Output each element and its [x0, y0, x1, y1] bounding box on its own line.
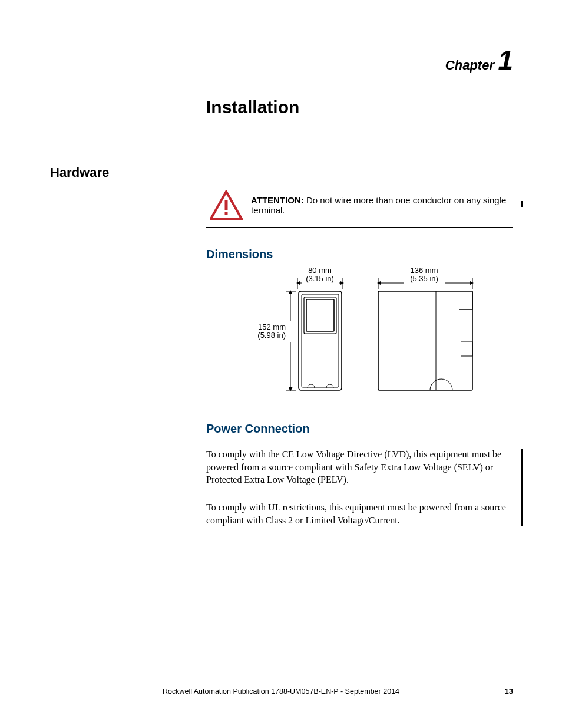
attention-text: ATTENTION: Do not wire more than one con…: [246, 195, 513, 215]
svg-rect-17: [306, 299, 334, 331]
svg-rect-0: [225, 200, 228, 210]
svg-rect-18: [378, 291, 472, 390]
subheading-dimensions: Dimensions: [206, 248, 273, 261]
page-title: Installation: [206, 97, 299, 117]
page-number: 13: [505, 687, 513, 696]
warning-icon: [206, 190, 246, 220]
body-paragraph-1: To comply with the CE Low Voltage Direct…: [206, 448, 513, 486]
divider-top: [50, 73, 513, 73]
divider-section: [206, 176, 513, 176]
dimensions-diagram: 80 mm (3.15 in) 136 mm (5.35 in) 152 mm …: [253, 266, 495, 396]
chapter-word: Chapter: [445, 58, 494, 73]
attention-label: ATTENTION:: [251, 195, 304, 205]
subheading-power: Power Connection: [206, 422, 310, 436]
section-hardware: Hardware: [50, 165, 109, 180]
change-bar: [521, 201, 523, 207]
chapter-number: 1: [498, 45, 513, 75]
body-paragraph-2: To comply with UL restrictions, this equ…: [206, 501, 513, 526]
dimensions-svg: [253, 266, 495, 396]
chapter-header: Chapter 1: [445, 44, 513, 76]
footer-publication: Rockwell Automation Publication 1788-UM0…: [0, 687, 562, 696]
svg-rect-1: [225, 212, 228, 215]
change-bar: [521, 449, 523, 526]
attention-callout: ATTENTION: Do not wire more than one con…: [206, 183, 513, 228]
